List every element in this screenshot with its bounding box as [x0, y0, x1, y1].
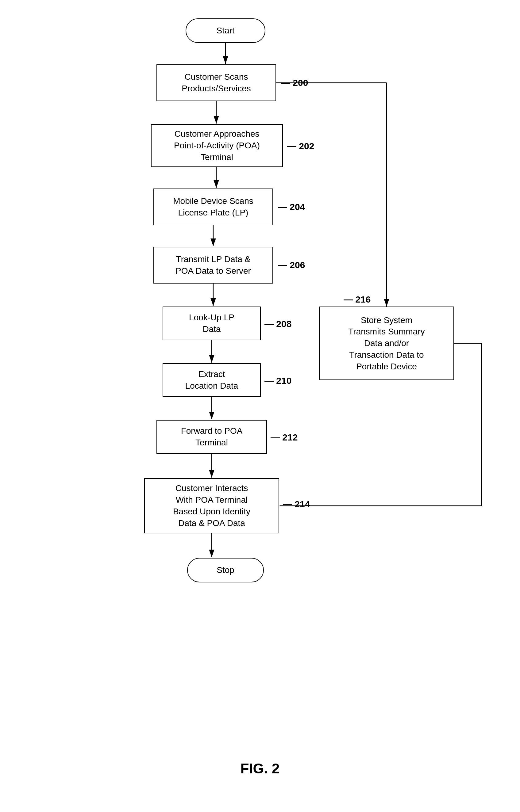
- node-200-label: Customer ScansProducts/Services: [182, 71, 251, 94]
- label-210: — 210: [264, 375, 291, 386]
- diagram-container: Start Customer ScansProducts/Services — …: [0, 0, 520, 812]
- label-212: — 212: [270, 432, 297, 443]
- label-216: — 216: [344, 294, 371, 305]
- node-212: Forward to POATerminal: [156, 420, 267, 454]
- node-202: Customer ApproachesPoint-of-Activity (PO…: [151, 124, 283, 167]
- label-204: — 204: [278, 202, 305, 212]
- start-node: Start: [186, 19, 265, 43]
- node-204-label: Mobile Device ScansLicense Plate (LP): [173, 195, 253, 219]
- node-210: ExtractLocation Data: [163, 363, 261, 397]
- node-200: Customer ScansProducts/Services: [156, 64, 276, 101]
- node-214: Customer InteractsWith POA TerminalBased…: [144, 478, 279, 533]
- start-label: Start: [216, 25, 234, 36]
- label-206: — 206: [278, 260, 305, 270]
- stop-node: Stop: [187, 558, 264, 582]
- node-216-label: Store SystemTransmits SummaryData and/or…: [348, 314, 424, 372]
- node-210-label: ExtractLocation Data: [185, 368, 238, 392]
- node-208: Look-Up LPData: [163, 307, 261, 340]
- node-214-label: Customer InteractsWith POA TerminalBased…: [173, 482, 250, 529]
- node-216: Store SystemTransmits SummaryData and/or…: [319, 307, 454, 380]
- node-202-label: Customer ApproachesPoint-of-Activity (PO…: [174, 128, 260, 163]
- node-204: Mobile Device ScansLicense Plate (LP): [153, 189, 273, 225]
- label-214: — 214: [283, 499, 310, 509]
- node-206: Transmit LP Data &POA Data to Server: [153, 247, 273, 283]
- label-202: — 202: [287, 141, 314, 151]
- node-212-label: Forward to POATerminal: [181, 425, 243, 448]
- connector-svg: [0, 0, 520, 812]
- node-208-label: Look-Up LPData: [189, 312, 234, 335]
- node-206-label: Transmit LP Data &POA Data to Server: [176, 253, 251, 277]
- figure-caption: FIG. 2: [0, 760, 520, 787]
- label-208: — 208: [264, 319, 291, 329]
- stop-label: Stop: [216, 564, 234, 576]
- label-200: — 200: [281, 78, 308, 88]
